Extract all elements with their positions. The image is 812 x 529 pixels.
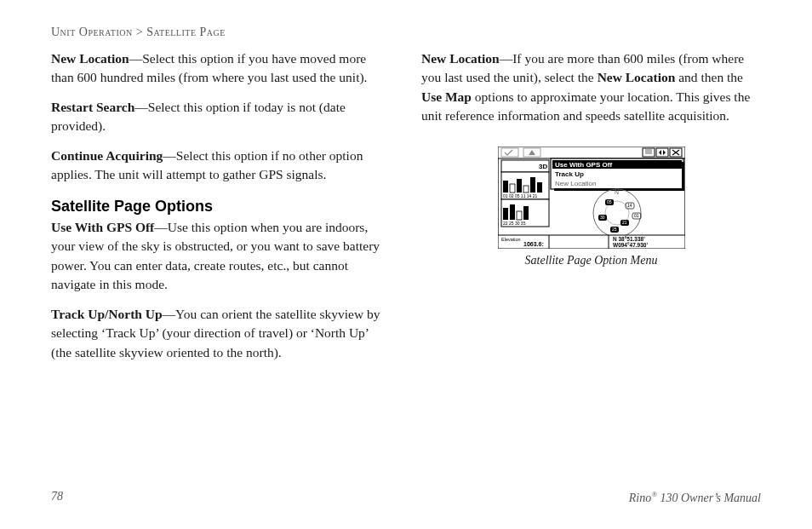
svg-text:05: 05 [607, 199, 612, 204]
para-new-location: New Location—Select this option if you h… [51, 49, 391, 88]
svg-rect-14 [682, 162, 684, 190]
page-number: 78 [51, 490, 63, 505]
registered-mark: ® [651, 490, 657, 498]
signal-3d: 3D [539, 163, 547, 170]
menu-item-gps-off: Use With GPS Off [555, 161, 612, 169]
label-restart-search: Restart Search [51, 100, 134, 114]
para-track-up: Track Up/North Up—You can orient the sat… [51, 305, 391, 362]
label-new-location-2: New Location [421, 51, 500, 66]
figure-caption: Satellite Page Option Menu [421, 252, 761, 269]
right-column: New Location—If you are more than 600 mi… [421, 49, 761, 372]
label-use-map: Use Map [421, 89, 472, 104]
svg-rect-26 [510, 204, 515, 220]
para-new-location-right: New Location—If you are more than 600 mi… [421, 49, 761, 126]
svg-rect-22 [530, 177, 535, 193]
para-continue-acquiring: Continue Acquiring—Select this option if… [51, 147, 391, 185]
svg-rect-25 [503, 208, 508, 220]
page-footer: 78 Rino® 130 Owner’s Manual [51, 490, 761, 505]
svg-text:30: 30 [600, 215, 605, 220]
text-nl2b: and then the [675, 70, 743, 84]
label-new-location-3: New Location [598, 70, 676, 84]
label-new-location: New Location [51, 51, 129, 66]
svg-rect-23 [537, 182, 542, 193]
svg-rect-28 [523, 206, 529, 220]
breadcrumb-section: Unit Operation [51, 26, 133, 38]
svg-rect-18 [503, 181, 508, 193]
label-continue-acquiring: Continue Acquiring [51, 148, 163, 163]
sat-ids-1: 01 02 05 11 14 21 [503, 193, 538, 198]
elevation-value: 1063.6: [523, 241, 544, 247]
svg-text:21: 21 [622, 220, 627, 225]
breadcrumb-sep: > [133, 26, 146, 38]
label-gps-off: Use With GPS Off [51, 220, 154, 234]
label-track-up: Track Up/North Up [51, 307, 163, 321]
manual-title: Rino® 130 Owner’s Manual [629, 490, 761, 505]
breadcrumb: Unit Operation > Satellite Page [51, 26, 761, 39]
svg-rect-20 [517, 179, 522, 193]
device-screenshot: Use With GPS Off Track Up New Location 3… [498, 147, 685, 249]
figure-satellite-menu: Use With GPS Off Track Up New Location 3… [421, 147, 761, 269]
sat-ids-2: 22 25 30 35 [503, 221, 526, 226]
breadcrumb-page: Satellite Page [146, 26, 226, 38]
heading-satellite-page-options: Satellite Page Options [51, 195, 391, 217]
coord-lon: W094°47.930' [613, 242, 648, 248]
svg-text:25: 25 [612, 227, 617, 232]
menu-item-new-location: New Location [555, 180, 596, 187]
svg-text:N: N [615, 189, 619, 195]
menu-item-track-up: Track Up [555, 170, 584, 178]
product-suffix: 130 Owner’s Manual [657, 492, 761, 504]
para-restart-search: Restart Search—Select this option if tod… [51, 98, 391, 136]
content-columns: New Location—Select this option if you h… [51, 49, 761, 372]
svg-text:14: 14 [627, 203, 632, 208]
coord-lat: N 38°51.338' [613, 236, 645, 242]
product-name: Rino [629, 492, 651, 504]
para-gps-off: Use With GPS Off—Use this option when yo… [51, 218, 391, 295]
left-column: New Location—Select this option if you h… [51, 49, 391, 372]
svg-text:01: 01 [634, 213, 639, 218]
elevation-label: Elevation [501, 237, 521, 242]
